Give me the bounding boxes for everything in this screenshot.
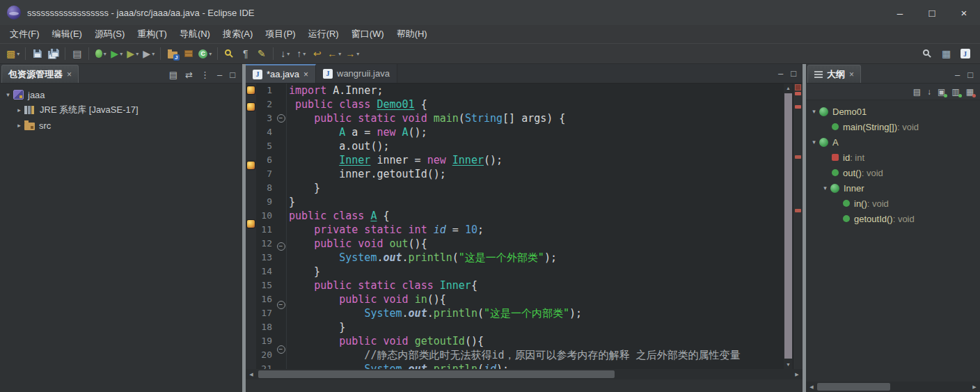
save-button[interactable] bbox=[29, 45, 45, 62]
link-with-editor-icon[interactable]: ⇄ bbox=[185, 70, 193, 79]
collapse-fold-icon[interactable]: − bbox=[277, 114, 285, 123]
minimize-icon[interactable]: – bbox=[778, 69, 783, 78]
overview-annotation-mark[interactable] bbox=[795, 105, 801, 109]
collapse-fold-icon[interactable]: − bbox=[277, 242, 285, 251]
hide-non-public-members-icon[interactable]: ▦ bbox=[966, 88, 974, 96]
gutter-marker-cell[interactable] bbox=[246, 248, 256, 262]
hide-static-members-icon[interactable]: ▥ bbox=[951, 88, 959, 96]
editor-horizontal-scrollbar[interactable]: ◀ ▶ bbox=[246, 369, 803, 379]
annotation-gutter[interactable] bbox=[246, 84, 256, 369]
fold-cell[interactable] bbox=[276, 97, 286, 111]
quick-access-search-button[interactable] bbox=[919, 45, 935, 62]
show-whitespace-button[interactable]: ¶ bbox=[237, 45, 253, 62]
outline-tree-item-7[interactable]: in() : void bbox=[806, 196, 980, 211]
gutter-marker-cell[interactable] bbox=[246, 117, 256, 131]
maximize-icon[interactable]: □ bbox=[967, 70, 973, 79]
expander-open-icon[interactable]: ▾ bbox=[820, 185, 830, 191]
menu-item-4[interactable]: 重构(T) bbox=[131, 25, 173, 43]
maximize-icon[interactable]: □ bbox=[791, 69, 796, 78]
code-line[interactable]: public void out(){ bbox=[289, 237, 784, 251]
fold-cell[interactable] bbox=[276, 329, 286, 343]
scroll-left-arrow-icon[interactable]: ◀ bbox=[807, 384, 816, 390]
close-button[interactable]: × bbox=[948, 0, 980, 25]
horizontal-scrollbar-thumb[interactable] bbox=[817, 383, 890, 391]
scroll-right-arrow-icon[interactable]: ▶ bbox=[793, 372, 801, 377]
code-viewport[interactable]: import A.Inner; public class Demo01 { pu… bbox=[287, 84, 784, 369]
new-class-button[interactable]: C▾ bbox=[196, 45, 214, 62]
fold-cell[interactable] bbox=[276, 315, 286, 329]
code-line[interactable]: } bbox=[289, 181, 784, 195]
close-icon[interactable]: × bbox=[303, 70, 308, 79]
outline-horizontal-scrollbar[interactable]: ◀ ▶ bbox=[806, 382, 980, 392]
gutter-marker-cell[interactable] bbox=[246, 331, 256, 345]
gutter-marker-cell[interactable] bbox=[246, 145, 256, 159]
gutter-marker-cell[interactable] bbox=[246, 304, 256, 317]
code-line[interactable]: import A.Inner; bbox=[289, 84, 784, 97]
gutter-marker-cell[interactable] bbox=[246, 86, 256, 100]
gutter-marker-cell[interactable] bbox=[246, 175, 256, 189]
gutter-marker-cell[interactable] bbox=[246, 162, 256, 175]
java-perspective-button[interactable]: J bbox=[957, 45, 973, 62]
menu-item-5[interactable]: 导航(N) bbox=[173, 25, 216, 43]
fold-cell[interactable]: − bbox=[276, 345, 286, 359]
overview-status-square[interactable] bbox=[795, 84, 801, 91]
scroll-right-arrow-icon[interactable]: ▶ bbox=[970, 384, 979, 390]
debug-button[interactable]: ▾ bbox=[93, 45, 109, 62]
open-perspective-button[interactable]: ▦ bbox=[938, 45, 954, 62]
menu-item-7[interactable]: 项目(P) bbox=[259, 25, 301, 43]
collapse-all-icon[interactable]: ▤ bbox=[913, 88, 921, 96]
collapse-fold-icon[interactable]: − bbox=[277, 301, 285, 309]
save-all-button[interactable] bbox=[45, 45, 61, 62]
horizontal-scrollbar-thumb[interactable] bbox=[258, 370, 615, 378]
fold-cell[interactable]: − bbox=[276, 114, 286, 128]
forward-button[interactable]: →▾ bbox=[343, 45, 361, 62]
menu-item-2[interactable]: 编辑(E) bbox=[46, 25, 88, 43]
warning-marker-icon[interactable] bbox=[247, 86, 255, 94]
new-java-project-button[interactable]: J bbox=[164, 45, 180, 62]
last-edit-location-button[interactable]: ↩ bbox=[309, 45, 325, 62]
code-line[interactable]: private static int id = 10; bbox=[289, 223, 784, 237]
scroll-up-arrow-icon[interactable]: ▲ bbox=[784, 84, 793, 93]
menu-item-9[interactable]: 窗口(W) bbox=[345, 25, 390, 43]
fold-cell[interactable] bbox=[276, 84, 286, 97]
mark-occurrences-button[interactable]: ✎ bbox=[253, 45, 269, 62]
expander-open-icon[interactable]: ▾ bbox=[809, 139, 819, 146]
gutter-marker-cell[interactable] bbox=[246, 234, 256, 248]
fold-cell[interactable] bbox=[276, 270, 286, 284]
gutter-marker-cell[interactable] bbox=[246, 189, 256, 203]
gutter-marker-cell[interactable] bbox=[246, 203, 256, 217]
code-line[interactable]: a.out(); bbox=[289, 139, 784, 153]
collapse-all-icon[interactable]: ▤ bbox=[169, 70, 177, 79]
outline-tree-item-4[interactable]: id : int bbox=[806, 150, 980, 165]
expander-open-icon[interactable]: ▾ bbox=[809, 108, 819, 115]
run-button[interactable]: ▶▾ bbox=[109, 45, 125, 62]
code-line[interactable]: } bbox=[289, 320, 784, 334]
outline-tree-item-1[interactable]: ▾Demo01 bbox=[806, 104, 980, 119]
back-button[interactable]: ←▾ bbox=[325, 45, 343, 62]
fold-cell[interactable] bbox=[276, 256, 286, 270]
menu-item-6[interactable]: 搜索(A) bbox=[216, 25, 259, 43]
outline-tree-item-6[interactable]: ▾Inner bbox=[806, 180, 980, 196]
pkg-tree-item-3[interactable]: ▸src bbox=[0, 118, 242, 133]
outline-tree-item-5[interactable]: out() : void bbox=[806, 165, 980, 180]
code-line[interactable]: //静态内部类此时无法获得id，原因可以参考内存的解释 之后外部类的属性变量 bbox=[289, 348, 784, 362]
vertical-scrollbar[interactable]: ▲ ▼ bbox=[784, 84, 793, 369]
fold-cell[interactable] bbox=[276, 184, 286, 198]
fold-cell[interactable] bbox=[276, 170, 286, 184]
gutter-marker-cell[interactable] bbox=[246, 220, 256, 234]
code-line[interactable]: public void getoutId(){ bbox=[289, 334, 784, 348]
code-line[interactable]: System.out.println(id); bbox=[289, 362, 784, 369]
close-icon[interactable]: × bbox=[67, 70, 72, 79]
minimize-icon[interactable]: – bbox=[217, 70, 222, 79]
outline-tree-item-2[interactable]: main(String[]) : void bbox=[806, 119, 980, 134]
gutter-marker-cell[interactable] bbox=[246, 290, 256, 304]
next-annotation-button[interactable]: ↓▾ bbox=[277, 45, 293, 62]
editor-tab-aajava[interactable]: J*aa.java× bbox=[246, 64, 316, 83]
fold-cell[interactable] bbox=[276, 198, 286, 212]
eclipse-logo-icon[interactable] bbox=[7, 6, 21, 19]
fold-cell[interactable] bbox=[276, 156, 286, 170]
minimize-icon[interactable]: – bbox=[955, 70, 960, 79]
code-line[interactable]: System.out.println("这是一个外部类"); bbox=[289, 251, 784, 265]
package-explorer-tab[interactable]: 包资源管理器 × bbox=[1, 65, 79, 83]
code-line[interactable]: } bbox=[289, 265, 784, 279]
